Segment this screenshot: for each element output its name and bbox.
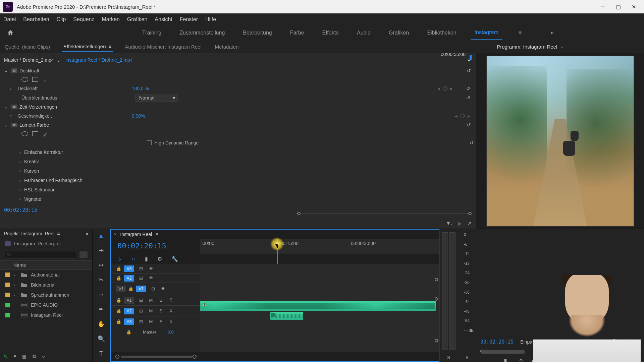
- minimize-button[interactable]: ─: [595, 0, 610, 13]
- pin-icon[interactable]: ▶: [458, 220, 462, 227]
- reset-icon[interactable]: ↺: [467, 122, 474, 128]
- slip-tool-icon[interactable]: ↔: [96, 290, 106, 299]
- icon-view-icon[interactable]: ▦: [22, 354, 26, 359]
- track-a2[interactable]: 🔒 A2 ⊞ M S 🎙: [111, 305, 200, 316]
- fx-lumetri-head[interactable]: ⌄ fx Lumetri-Farbe ↺: [3, 121, 474, 129]
- snap-icon[interactable]: ⫝: [117, 256, 122, 262]
- effect-controls-ruler[interactable]: 00:00:55:00: [301, 55, 472, 60]
- speed-value[interactable]: 0,00%: [132, 113, 145, 119]
- pen-mask-icon[interactable]: [42, 131, 48, 136]
- zoom-slider-handle[interactable]: ○: [42, 354, 45, 359]
- rect-mask-icon[interactable]: [32, 77, 38, 82]
- mute-icon[interactable]: M: [148, 319, 154, 324]
- metadata-tab[interactable]: Metadaten: [214, 42, 240, 52]
- next-keyframe-icon[interactable]: ▶: [450, 87, 453, 90]
- toggle-output-icon[interactable]: 👁: [148, 276, 154, 281]
- reset-icon[interactable]: ↺: [466, 86, 470, 91]
- track-v3[interactable]: 🔒 V3 ⊞ 👁: [111, 264, 200, 273]
- hdr-checkbox[interactable]: [147, 140, 152, 145]
- prev-keyframe-icon[interactable]: ◀: [455, 114, 458, 118]
- lock-icon[interactable]: 🔒: [126, 329, 131, 335]
- twist-icon[interactable]: ⌄: [3, 122, 9, 128]
- timeline-tab-close-icon[interactable]: ×: [114, 232, 117, 237]
- ellipse-mask-icon[interactable]: [21, 131, 28, 136]
- sync-lock-icon[interactable]: ⊞: [138, 266, 144, 271]
- timeline-ruler[interactable]: :00:00 00:00:15:00 00:00:30:00: [200, 239, 439, 254]
- maximize-button[interactable]: ▢: [610, 0, 626, 13]
- menu-bearbeiten[interactable]: Bearbeiten: [23, 16, 49, 22]
- twist-icon[interactable]: ⌄: [3, 104, 9, 110]
- menu-clip[interactable]: Clip: [57, 16, 66, 22]
- wrench-icon[interactable]: 🔧: [171, 256, 178, 262]
- twist-icon[interactable]: ›: [10, 86, 12, 91]
- panel-menu-icon[interactable]: ≡: [155, 232, 158, 237]
- sync-lock-icon[interactable]: ⊞: [138, 308, 144, 313]
- solo-icon[interactable]: S: [158, 308, 164, 313]
- solo-icon[interactable]: S: [158, 319, 164, 324]
- list-view-icon[interactable]: ≡: [13, 354, 16, 359]
- project-search-input[interactable]: [5, 251, 76, 258]
- track-select-tool-icon[interactable]: ⇥: [96, 246, 106, 255]
- lumetri-hsl[interactable]: ›HSL Sekundär: [16, 185, 474, 194]
- workspace-overflow-icon[interactable]: »: [548, 26, 556, 39]
- program-timecode[interactable]: 00:02:20:15: [480, 339, 514, 345]
- program-tab-menu-icon[interactable]: ≡: [560, 44, 564, 50]
- track-resize-handle[interactable]: [435, 339, 438, 342]
- project-item-bin[interactable]: › Sprachaufnahmen: [0, 290, 92, 300]
- sync-lock-icon[interactable]: ⊞: [138, 298, 144, 303]
- type-tool-icon[interactable]: T: [96, 349, 106, 358]
- sync-lock-icon[interactable]: ⊞: [138, 276, 144, 281]
- ws-training[interactable]: Training: [138, 26, 165, 39]
- home-icon[interactable]: [7, 29, 14, 37]
- mark-in-icon[interactable]: ⤊: [519, 357, 524, 362]
- reset-icon[interactable]: ↺: [470, 140, 474, 145]
- blendmode-select[interactable]: Normal: [136, 94, 178, 102]
- hand-tool-icon[interactable]: ✋: [96, 319, 106, 329]
- lock-icon[interactable]: 🔒: [128, 286, 133, 291]
- effect-tab-menu-icon[interactable]: ≡: [109, 44, 112, 49]
- close-button[interactable]: ✕: [626, 0, 641, 13]
- pen-mask-icon[interactable]: [42, 77, 48, 82]
- pen-tool-icon[interactable]: ✒: [96, 305, 106, 314]
- master-volume[interactable]: 0,0: [168, 329, 174, 335]
- panel-overflow-icon[interactable]: »: [86, 231, 88, 236]
- project-column-name[interactable]: Name: [0, 260, 92, 270]
- track-label-a2[interactable]: A2: [124, 308, 134, 314]
- ripple-tool-icon[interactable]: ↦: [96, 260, 106, 270]
- prev-keyframe-icon[interactable]: ◀: [437, 87, 440, 90]
- lumetri-vignette[interactable]: ›Vignette: [16, 194, 474, 204]
- menu-fenster[interactable]: Fenster: [180, 16, 198, 22]
- lumetri-wheels[interactable]: ›Farbräder und Farbabgleich: [16, 176, 474, 185]
- menu-marken[interactable]: Marken: [102, 16, 119, 22]
- write-mode-icon[interactable]: ✎: [3, 354, 7, 359]
- zoom-handle-right[interactable]: [193, 355, 197, 359]
- fx-zeit-head[interactable]: ⌄ fx Zeit-Verzerrungen: [3, 103, 474, 111]
- voice-record-icon[interactable]: 🎙: [168, 298, 174, 303]
- twist-icon[interactable]: ›: [13, 272, 17, 278]
- fx-badge-icon[interactable]: fx: [11, 123, 17, 127]
- master-track[interactable]: 🔒 Master 0,0 ⇥: [111, 327, 200, 337]
- next-keyframe-icon[interactable]: ▶: [468, 114, 470, 118]
- project-item-sequence[interactable]: › Instagram Reel: [0, 310, 92, 320]
- add-keyframe-icon[interactable]: [443, 86, 447, 91]
- sync-lock-icon[interactable]: ⊞: [138, 319, 144, 324]
- effect-controls-tab[interactable]: Effekteinstellungen≡: [62, 42, 113, 52]
- project-item-sequence[interactable]: › EPIC AUDIO: [0, 300, 92, 310]
- audio-clip-a1[interactable]: [200, 301, 436, 311]
- marker-icon[interactable]: ▮: [145, 256, 148, 262]
- voice-record-icon[interactable]: 🎙: [168, 308, 174, 313]
- lock-icon[interactable]: 🔒: [116, 319, 121, 324]
- twist-icon[interactable]: ›: [10, 113, 12, 119]
- mute-icon[interactable]: M: [148, 298, 154, 303]
- lock-icon[interactable]: 🔒: [116, 266, 121, 271]
- panel-menu-icon[interactable]: ≡: [57, 231, 60, 236]
- add-keyframe-icon[interactable]: [460, 114, 465, 118]
- filter-icon[interactable]: ▼.: [446, 220, 452, 227]
- audio-clip-a2[interactable]: [270, 312, 303, 320]
- twist-icon[interactable]: ›: [13, 282, 17, 288]
- lumetri-creative[interactable]: ›Kreativ: [16, 157, 474, 166]
- fx-badge-icon[interactable]: fx: [11, 68, 17, 73]
- track-label-v2[interactable]: V2: [124, 275, 134, 282]
- sequence-clip-label[interactable]: Instagram Reel * Drohne_2.mp4: [65, 57, 133, 63]
- mute-icon[interactable]: M: [148, 308, 154, 313]
